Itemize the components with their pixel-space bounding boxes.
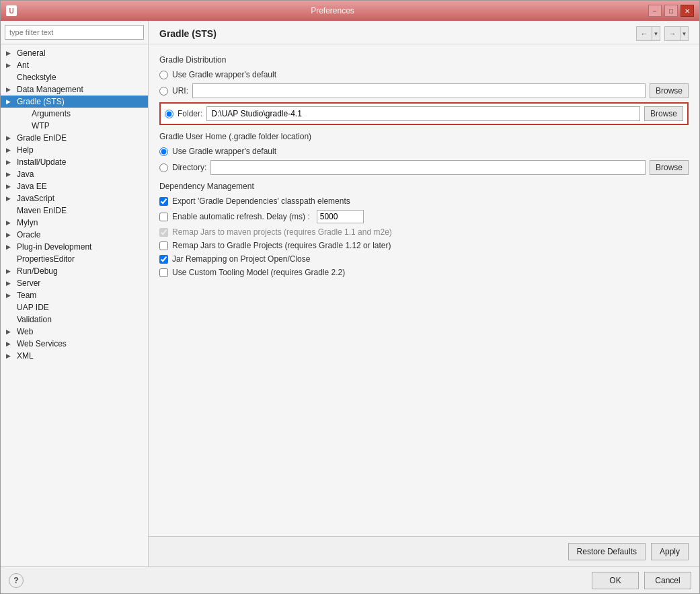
export-classpath-row: Export 'Gradle Dependencies' classpath e… bbox=[159, 196, 689, 206]
sidebar-item-team[interactable]: ▶Team bbox=[1, 289, 148, 301]
remap-gradle-row: Remap Jars to Gradle Projects (requires … bbox=[159, 241, 689, 250]
wrapper-default-row: Use Gradle wrapper's default bbox=[159, 70, 689, 79]
restore-button[interactable]: □ bbox=[664, 5, 678, 17]
sidebar-item-uap-ide[interactable]: UAP IDE bbox=[1, 301, 148, 313]
footer-left: ? bbox=[9, 573, 24, 588]
directory-input[interactable] bbox=[210, 160, 646, 175]
folder-input[interactable] bbox=[206, 106, 640, 121]
sidebar-item-label-checkstyle: Checkstyle bbox=[17, 73, 56, 82]
tree: ▶General▶AntCheckstyle▶Data Management▶G… bbox=[1, 44, 148, 566]
sidebar-item-validation[interactable]: Validation bbox=[1, 313, 148, 326]
jar-remapping-row: Jar Remapping on Project Open/Close bbox=[159, 254, 689, 264]
tree-arrow-javascript: ▶ bbox=[6, 195, 15, 202]
remap-gradle-checkbox[interactable] bbox=[159, 242, 168, 250]
remap-maven-label: Remap Jars to maven projects (requires G… bbox=[172, 227, 392, 237]
folder-row: Folder: Browse bbox=[159, 102, 689, 125]
auto-refresh-label: Enable automatic refresh. Delay (ms) : bbox=[172, 212, 310, 221]
sidebar-item-label-javascript: JavaScript bbox=[17, 194, 54, 203]
custom-tooling-checkbox[interactable] bbox=[159, 268, 168, 277]
folder-label: Folder: bbox=[178, 109, 202, 118]
back-button[interactable]: ← bbox=[637, 26, 652, 41]
jar-remapping-checkbox[interactable] bbox=[159, 255, 168, 264]
forward-dropdown-arrow[interactable]: ▼ bbox=[680, 26, 688, 41]
delay-input[interactable] bbox=[317, 210, 364, 223]
title-bar: U Preferences − □ ✕ bbox=[1, 1, 699, 21]
directory-browse-button[interactable]: Browse bbox=[650, 160, 689, 175]
main-window: U Preferences − □ ✕ ▶General▶AntChecksty… bbox=[0, 0, 700, 594]
back-toolbar-dropdown[interactable]: ← ▼ bbox=[636, 26, 660, 41]
directory-label: Directory: bbox=[172, 163, 206, 172]
cancel-button[interactable]: Cancel bbox=[644, 572, 691, 589]
sidebar-item-label-gradle-sts: Gradle (STS) bbox=[17, 97, 65, 106]
export-classpath-checkbox[interactable] bbox=[159, 197, 168, 206]
folder-browse-button[interactable]: Browse bbox=[644, 106, 683, 121]
remap-maven-checkbox[interactable] bbox=[159, 228, 168, 237]
tree-arrow-web-services: ▶ bbox=[6, 340, 15, 347]
tree-arrow-gradle-sts: ▶ bbox=[6, 98, 15, 105]
ok-button[interactable]: OK bbox=[592, 572, 639, 589]
wrapper-default-radio[interactable] bbox=[159, 71, 168, 79]
uri-input[interactable] bbox=[192, 83, 646, 98]
sidebar-item-ant[interactable]: ▶Ant bbox=[1, 59, 148, 71]
tree-arrow-ant: ▶ bbox=[6, 62, 15, 69]
sidebar-item-gradle-enide[interactable]: ▶Gradle EnIDE bbox=[1, 132, 148, 144]
folder-radio[interactable] bbox=[165, 110, 173, 118]
tree-arrow-xml: ▶ bbox=[6, 352, 15, 359]
content-body: Gradle Distribution Use Gradle wrapper's… bbox=[149, 44, 699, 536]
sidebar-item-xml[interactable]: ▶XML bbox=[1, 350, 148, 362]
apply-button[interactable]: Apply bbox=[651, 543, 689, 560]
sidebar-item-label-validation: Validation bbox=[17, 315, 52, 324]
sidebar-item-general[interactable]: ▶General bbox=[1, 47, 148, 59]
tree-arrow-gradle-enide: ▶ bbox=[6, 135, 15, 141]
sidebar-item-gradle-sts[interactable]: ▶Gradle (STS) bbox=[1, 96, 148, 108]
forward-button[interactable]: → bbox=[665, 26, 680, 41]
help-button[interactable]: ? bbox=[9, 573, 24, 588]
sidebar-item-properties-editor[interactable]: PropertiesEditor bbox=[1, 253, 148, 265]
sidebar-item-plugin-development[interactable]: ▶Plug-in Development bbox=[1, 241, 148, 253]
sidebar-item-arguments[interactable]: Arguments bbox=[1, 108, 148, 120]
bottom-bar: Restore Defaults Apply bbox=[149, 536, 699, 566]
uri-label: URI: bbox=[172, 86, 188, 96]
forward-toolbar-dropdown[interactable]: → ▼ bbox=[664, 26, 689, 41]
tree-arrow-general: ▶ bbox=[6, 50, 15, 57]
sidebar-item-label-run-debug: Run/Debug bbox=[17, 266, 58, 276]
directory-radio[interactable] bbox=[159, 163, 168, 172]
tree-arrow-run-debug: ▶ bbox=[6, 268, 15, 274]
uri-row: URI: Browse bbox=[159, 83, 689, 98]
remap-gradle-label: Remap Jars to Gradle Projects (requires … bbox=[172, 241, 391, 250]
sidebar-item-label-help: Help bbox=[17, 145, 34, 155]
sidebar-item-label-maven-enide: Maven EnIDE bbox=[17, 206, 67, 215]
sidebar-item-label-ant: Ant bbox=[17, 61, 29, 70]
sidebar-item-help[interactable]: ▶Help bbox=[1, 144, 148, 156]
user-home-wrapper-radio[interactable] bbox=[159, 147, 168, 156]
sidebar-item-oracle[interactable]: ▶Oracle bbox=[1, 229, 148, 241]
remap-maven-row: Remap Jars to maven projects (requires G… bbox=[159, 227, 689, 237]
sidebar-item-java-ee[interactable]: ▶Java EE bbox=[1, 180, 148, 192]
window-title: Preferences bbox=[17, 6, 648, 15]
sidebar-item-web-services[interactable]: ▶Web Services bbox=[1, 338, 148, 350]
sidebar-item-maven-enide[interactable]: Maven EnIDE bbox=[1, 205, 148, 217]
auto-refresh-checkbox[interactable] bbox=[159, 213, 168, 221]
sidebar-item-label-properties-editor: PropertiesEditor bbox=[17, 254, 75, 264]
back-dropdown-arrow[interactable]: ▼ bbox=[652, 26, 660, 41]
sidebar-item-install-update[interactable]: ▶Install/Update bbox=[1, 156, 148, 168]
uri-radio[interactable] bbox=[159, 87, 168, 96]
sidebar-item-data-management[interactable]: ▶Data Management bbox=[1, 83, 148, 96]
filter-input[interactable] bbox=[5, 25, 144, 40]
sidebar-item-web[interactable]: ▶Web bbox=[1, 326, 148, 338]
uri-browse-button[interactable]: Browse bbox=[650, 83, 689, 98]
restore-defaults-button[interactable]: Restore Defaults bbox=[568, 543, 646, 560]
sidebar-item-wtp[interactable]: WTP bbox=[1, 120, 148, 132]
tree-arrow-team: ▶ bbox=[6, 292, 15, 299]
sidebar-item-server[interactable]: ▶Server bbox=[1, 277, 148, 289]
sidebar-item-java[interactable]: ▶Java bbox=[1, 168, 148, 180]
sidebar-item-run-debug[interactable]: ▶Run/Debug bbox=[1, 265, 148, 277]
close-button[interactable]: ✕ bbox=[680, 5, 694, 17]
sidebar-item-checkstyle[interactable]: Checkstyle bbox=[1, 71, 148, 83]
sidebar-item-javascript[interactable]: ▶JavaScript bbox=[1, 192, 148, 205]
sidebar-item-mylyn[interactable]: ▶Mylyn bbox=[1, 217, 148, 229]
sidebar-item-label-server: Server bbox=[17, 279, 40, 288]
content-area: Gradle (STS) ← ▼ → ▼ Gradle Distribution bbox=[149, 21, 699, 566]
tree-arrow-oracle: ▶ bbox=[6, 231, 15, 238]
minimize-button[interactable]: − bbox=[648, 5, 662, 17]
